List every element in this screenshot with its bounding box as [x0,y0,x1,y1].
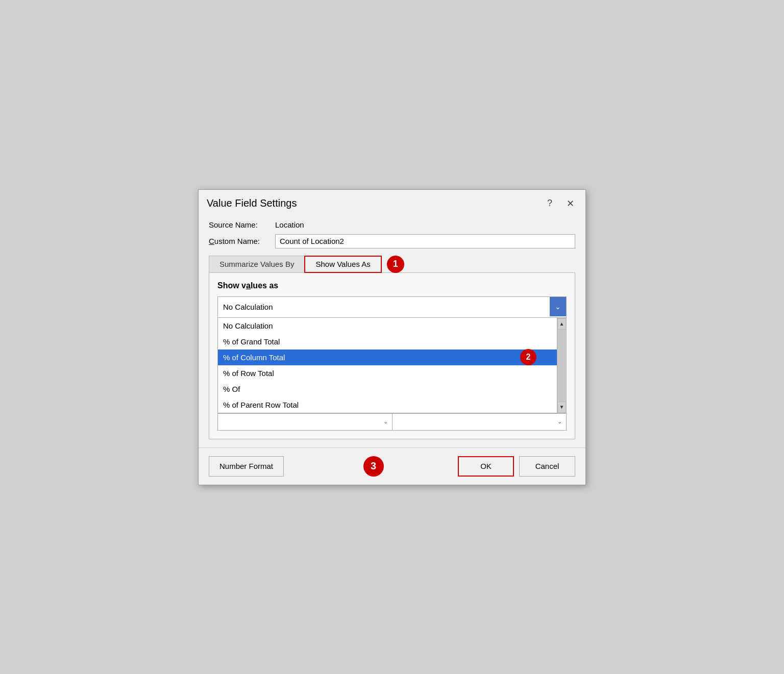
dialog-title: Value Field Settings [207,197,297,209]
title-actions: ? ✕ [544,197,577,210]
value-field-settings-dialog: Value Field Settings ? ✕ Source Name: Lo… [198,189,586,485]
custom-name-label: Custom Name: [209,237,275,245]
section-title: Show values as [217,281,567,290]
tab-show-values-as[interactable]: Show Values As [304,256,381,273]
source-name-value: Location [275,220,304,229]
source-name-row: Source Name: Location [209,220,575,229]
source-name-label: Source Name: [209,220,275,229]
extra-dropdown-left-arrow: ⌄ [383,418,388,425]
tabs-row: Summarize Values By Show Values As 1 [209,256,575,273]
badge-2: 2 [520,349,536,365]
list-scrollbar: ▲ ▼ [557,318,567,413]
list-items-container: No Calculation % of Grand Total % of Col… [217,318,557,413]
help-button[interactable]: ? [544,197,555,210]
show-values-dropdown: No Calculation ⌄ [217,296,567,318]
extra-dropdown-right-arrow: ⌄ [557,418,562,425]
extra-dropdown-left[interactable]: ⌄ [217,413,393,431]
list-item-pct-column-total[interactable]: % of Column Total 2 [218,350,557,365]
scroll-up-button[interactable]: ▲ [557,318,566,330]
custom-name-row: Custom Name: [209,234,575,248]
ok-button[interactable]: OK [458,456,514,477]
tab-summarize-values-by[interactable]: Summarize Values By [209,256,304,273]
dropdown-list: No Calculation % of Grand Total % of Col… [217,318,557,413]
extra-dropdown-right[interactable]: ⌄ [393,413,567,431]
footer-right: OK Cancel [458,456,575,477]
extra-dropdowns-row: ⌄ ⌄ [217,413,567,431]
scroll-down-button[interactable]: ▼ [557,402,566,413]
footer-center: 3 [358,456,384,477]
badge-1: 1 [387,256,404,273]
dialog-body: Source Name: Location Custom Name: Summa… [199,215,585,447]
number-format-button[interactable]: Number Format [209,456,284,477]
list-item-pct-of[interactable]: % Of [218,381,557,397]
dropdown-arrow-button[interactable]: ⌄ [550,297,566,316]
footer-left: Number Format [209,456,284,477]
list-item-pct-parent-row-total[interactable]: % of Parent Row Total [218,397,557,413]
list-item-pct-grand-total[interactable]: % of Grand Total [218,334,557,350]
cancel-button[interactable]: Cancel [519,456,575,477]
list-item-pct-row-total[interactable]: % of Row Total [218,365,557,381]
content-panel: Show values as No Calculation ⌄ No Calcu… [209,272,575,439]
dropdown-selected-value[interactable]: No Calculation [218,297,550,317]
close-button[interactable]: ✕ [564,197,577,210]
list-item-no-calculation[interactable]: No Calculation [218,318,557,334]
footer-row: Number Format 3 OK Cancel [199,447,585,485]
custom-name-input[interactable] [275,234,575,248]
badge-3: 3 [363,456,384,477]
scroll-track [557,330,566,402]
list-scroll-wrapper: No Calculation % of Grand Total % of Col… [217,318,567,413]
title-bar: Value Field Settings ? ✕ [199,190,585,215]
